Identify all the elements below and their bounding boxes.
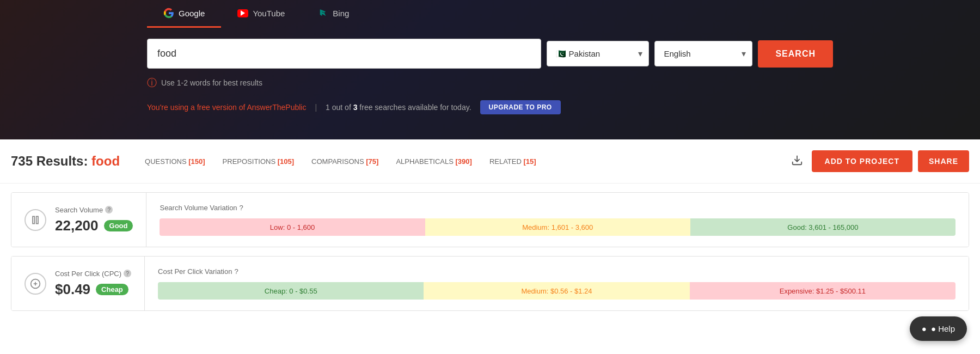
bar-cheap: Cheap: 0 - $0.55: [158, 282, 424, 300]
header-actions: ADD TO PROJECT SHARE: [788, 150, 969, 172]
questions-count: [150]: [188, 157, 205, 166]
svg-rect-2: [36, 216, 38, 223]
cpc-left: Cost Per Click (CPC) ? $0.49 Cheap: [11, 257, 145, 310]
nav-tab-alphabeticals[interactable]: ALPHABETICALS [390]: [387, 153, 480, 170]
upgrade-button[interactable]: UPGRADE TO PRO: [480, 100, 561, 114]
bar-medium2: Medium: $0.56 - $1.24: [424, 282, 689, 300]
bar-medium: Medium: 1,601 - 3,600: [425, 218, 690, 236]
cpc-help[interactable]: ?: [124, 270, 131, 277]
bar-expensive: Expensive: $1.25 - $500.11: [690, 282, 955, 300]
nav-tab-related[interactable]: RELATED [15]: [481, 153, 545, 170]
tab-bing[interactable]: Bing: [301, 0, 365, 28]
tab-youtube[interactable]: YouTube: [221, 0, 301, 28]
download-button[interactable]: [788, 151, 806, 172]
info-tip-text: Use 1-2 words for best results: [161, 78, 262, 87]
share-button[interactable]: SHARE: [918, 150, 969, 172]
bar-good: Good: 3,601 - 165,000: [690, 218, 955, 236]
google-icon: [163, 8, 174, 19]
search-volume-value: 22,200 Good: [55, 217, 133, 234]
search-volume-right: Search Volume Variation ? Low: 0 - 1,600…: [146, 193, 969, 247]
prepositions-count: [105]: [278, 157, 294, 166]
help-label: ● Help: [931, 324, 955, 333]
add-to-project-button[interactable]: ADD TO PROJECT: [812, 150, 912, 172]
results-header: 735 Results: food QUESTIONS [150] PREPOS…: [0, 139, 980, 184]
search-row: 🇵🇰 Pakistan 🇺🇸 United States 🇬🇧 United K…: [147, 39, 833, 69]
cpc-card: Cost Per Click (CPC) ? $0.49 Cheap Cost …: [11, 256, 969, 311]
help-dot: ●: [922, 324, 927, 333]
info-icon: ⓘ: [147, 76, 157, 89]
results-keyword: food: [91, 154, 120, 168]
search-button[interactable]: SEARCH: [758, 40, 833, 68]
promo-text: You're using a free version of AnswerThe…: [147, 103, 306, 112]
cpc-badge: Cheap: [96, 284, 128, 295]
cpc-variation-label: Cost Per Click Variation ?: [158, 267, 955, 276]
search-volume-info: Search Volume ? 22,200 Good: [55, 206, 133, 234]
country-select[interactable]: 🇵🇰 Pakistan 🇺🇸 United States 🇬🇧 United K…: [547, 41, 649, 66]
results-section: 735 Results: food QUESTIONS [150] PREPOS…: [0, 139, 980, 354]
language-select[interactable]: English Urdu French: [654, 41, 752, 66]
search-volume-help[interactable]: ?: [105, 206, 113, 213]
results-title: 735 Results: food: [11, 154, 120, 169]
tab-google-label: Google: [179, 9, 205, 18]
nav-tab-comparisons[interactable]: COMPARISONS [75]: [303, 153, 387, 170]
alphabeticals-count: [390]: [456, 157, 472, 166]
tab-bar: Google YouTube Bing: [0, 0, 980, 28]
search-volume-badge: Good: [104, 220, 133, 231]
tab-youtube-label: YouTube: [253, 9, 285, 18]
search-volume-variation-help[interactable]: ?: [240, 204, 243, 212]
tab-google[interactable]: Google: [147, 0, 221, 28]
search-volume-card: Search Volume ? 22,200 Good Search Volum…: [11, 192, 969, 247]
search-area: 🇵🇰 Pakistan 🇺🇸 United States 🇬🇧 United K…: [0, 28, 980, 123]
related-count: [15]: [523, 157, 536, 166]
youtube-icon: [237, 8, 248, 19]
search-volume-variation-label: Search Volume Variation ?: [160, 204, 955, 212]
cpc-right: Cost Per Click Variation ? Cheap: 0 - $0…: [145, 257, 969, 310]
info-tip-row: ⓘ Use 1-2 words for best results: [147, 76, 833, 89]
nav-tab-questions[interactable]: QUESTIONS [150]: [136, 153, 214, 170]
cpc-label: Cost Per Click (CPC) ?: [55, 270, 131, 278]
language-select-wrapper: English Urdu French ▾: [654, 41, 752, 66]
country-select-wrapper: 🇵🇰 Pakistan 🇺🇸 United States 🇬🇧 United K…: [547, 41, 649, 66]
nav-tab-prepositions[interactable]: PREPOSITIONS [105]: [214, 153, 303, 170]
cpc-value: $0.49 Cheap: [55, 281, 131, 298]
bing-icon: [317, 8, 328, 19]
cpc-icon: [24, 273, 46, 295]
bar-low: Low: 0 - 1,600: [160, 218, 425, 236]
promo-row: You're using a free version of AnswerThe…: [147, 97, 833, 118]
nav-tabs: QUESTIONS [150] PREPOSITIONS [105] COMPA…: [136, 153, 787, 170]
cpc-variation-help[interactable]: ?: [234, 267, 238, 276]
search-volume-label: Search Volume ?: [55, 206, 133, 214]
tab-bing-label: Bing: [333, 9, 349, 18]
cpc-info: Cost Per Click (CPC) ? $0.49 Cheap: [55, 270, 131, 298]
svg-rect-1: [33, 216, 34, 223]
search-volume-bar: Low: 0 - 1,600 Medium: 1,601 - 3,600 Goo…: [160, 218, 955, 236]
promo-divider: |: [315, 103, 317, 112]
comparisons-count: [75]: [366, 157, 378, 166]
cpc-bar: Cheap: 0 - $0.55 Medium: $0.56 - $1.24 E…: [158, 282, 955, 300]
search-volume-left: Search Volume ? 22,200 Good: [11, 193, 146, 247]
free-searches-text: 1 out of 3 free searches available for t…: [326, 103, 471, 112]
metrics-section: Search Volume ? 22,200 Good Search Volum…: [0, 192, 980, 311]
search-input[interactable]: [147, 39, 541, 69]
search-volume-icon: [24, 209, 46, 231]
help-button[interactable]: ● ● Help: [910, 316, 967, 341]
